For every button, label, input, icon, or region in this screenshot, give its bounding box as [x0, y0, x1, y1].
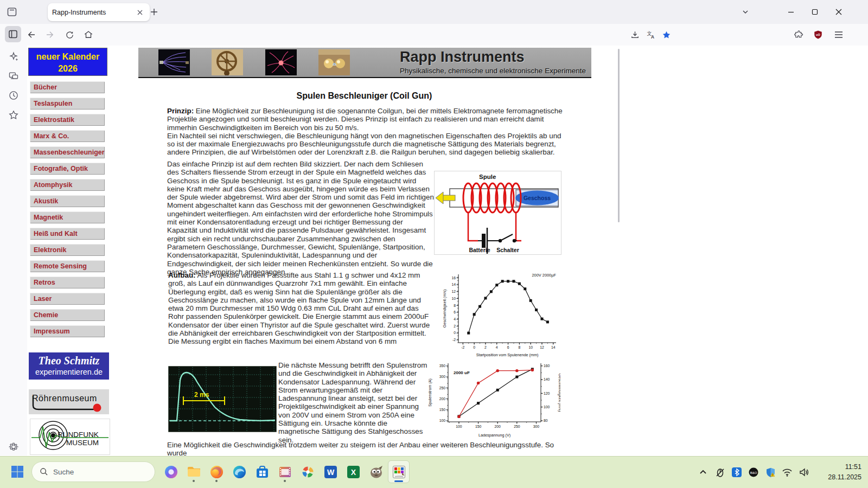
svg-text:250: 250	[439, 386, 446, 390]
site-nav-item[interactable]: Elektrostatik	[30, 114, 105, 126]
window-close-button[interactable]	[830, 3, 847, 21]
svg-text:6: 6	[507, 345, 509, 349]
mouse-disabled-icon[interactable]	[712, 463, 727, 481]
clock-date: 28.11.2025	[828, 472, 861, 483]
taskbar-photos-button[interactable]	[297, 460, 318, 483]
wifi-icon[interactable]	[780, 463, 795, 481]
diagram-batterie-label: Batterie	[469, 247, 490, 253]
bookmarks-star-icon[interactable]	[5, 106, 22, 124]
svg-text:8: 8	[454, 304, 456, 307]
paragraph-prinzip-detail: Das einfache Prinzip ist auf dem rechten…	[167, 160, 434, 276]
coilgun-diagram: Spule Geschoss Batterie Schalter	[434, 171, 561, 255]
translate-icon[interactable]: 文A	[644, 28, 658, 41]
list-tabs-chevron-icon[interactable]	[739, 5, 752, 18]
roehrenmuseum-logo[interactable]: Röhrenmuseum	[29, 389, 109, 414]
taskbar-paint-button[interactable]	[388, 460, 410, 483]
window-minimize-button[interactable]	[782, 3, 800, 21]
home-icon[interactable]	[82, 28, 95, 41]
theo-line1: Theo Schmitz	[29, 355, 109, 367]
gear-mechanism-photo	[212, 49, 243, 75]
forward-icon[interactable]	[43, 28, 56, 41]
paragraph-weitere-stufe: Eine Möglichkeit die Geschwindigkeit tro…	[167, 441, 565, 455]
menu-hamburger-icon[interactable]	[832, 28, 845, 41]
svg-text:80: 80	[544, 419, 548, 422]
gimp-icon	[369, 465, 384, 479]
svg-text:B&O: B&O	[750, 471, 757, 474]
diagram-geschoss-label: Geschoss	[524, 195, 551, 201]
site-nav-item[interactable]: Retros	[30, 277, 105, 288]
settings-gear-icon[interactable]	[5, 438, 22, 455]
site-nav-item[interactable]: Magnetik	[30, 211, 105, 223]
switch-symbol	[499, 234, 517, 242]
site-nav-item[interactable]: Teslaspulen	[30, 98, 105, 110]
taskbar-edge-button[interactable]	[228, 460, 250, 483]
paint-icon	[392, 465, 406, 479]
taskbar-copilot-button[interactable]	[160, 460, 182, 483]
taskbar-movies-button[interactable]	[274, 460, 296, 483]
site-nav-item[interactable]: Heiß und Kalt	[30, 228, 105, 240]
page-scrollbar-thumb[interactable]	[618, 49, 620, 222]
svg-text:2: 2	[454, 324, 456, 328]
site-nav-item[interactable]: Massenbeschleuniger	[30, 146, 105, 158]
start-button[interactable]	[7, 460, 28, 483]
site-nav-item[interactable]: Chemie	[30, 309, 105, 321]
svg-text:12: 12	[540, 345, 544, 349]
site-nav-item[interactable]: Elektronik	[30, 244, 105, 256]
reload-icon[interactable]	[63, 28, 76, 41]
volume-icon[interactable]	[796, 463, 812, 481]
ublock-origin-icon[interactable]: uO	[812, 28, 825, 41]
extensions-puzzle-icon[interactable]	[792, 28, 805, 41]
taskbar-word-button[interactable]: W	[320, 460, 341, 483]
tray-expand-icon[interactable]	[695, 463, 711, 481]
site-nav-item[interactable]: Remote Sensing	[30, 260, 105, 272]
prinzip-label: Prinzip:	[167, 107, 194, 115]
diagram-spule-label: Spule	[479, 174, 496, 180]
site-nav-item[interactable]: Atomphysik	[30, 179, 105, 191]
site-nav-item[interactable]: Akustik	[30, 195, 105, 207]
taskbar-clock[interactable]: 11:51 28.11.2025	[828, 462, 861, 483]
svg-text:300: 300	[533, 425, 540, 428]
site-nav-item[interactable]: Laser	[30, 293, 105, 305]
security-warning-icon[interactable]	[763, 463, 778, 481]
ai-sparkle-icon[interactable]	[5, 48, 22, 65]
bang-olufsen-icon[interactable]: B&O	[746, 463, 761, 481]
new-tab-button[interactable]	[148, 5, 161, 18]
window-maximize-button[interactable]	[806, 3, 824, 21]
taskbar-search-box[interactable]: Suche	[31, 461, 155, 482]
taskbar-explorer-button[interactable]	[183, 460, 205, 483]
svg-text:Spulenstrom (A): Spulenstrom (A)	[427, 378, 432, 407]
svg-text:350: 350	[439, 364, 446, 368]
tesla-discharge-photo	[158, 49, 190, 75]
site-nav-item[interactable]: Fotografie, Optik	[30, 163, 105, 175]
bookmark-star-icon[interactable]	[660, 28, 673, 41]
download-icon[interactable]	[628, 28, 641, 41]
taskbar-gimp-button[interactable]	[365, 460, 387, 483]
plasma-ball-photo	[265, 49, 297, 75]
svg-text:150: 150	[475, 425, 482, 428]
back-icon[interactable]	[25, 28, 38, 41]
taskbar-store-button[interactable]	[251, 460, 273, 483]
history-clock-icon[interactable]	[5, 87, 22, 104]
rundfunkmuseum-logo[interactable]: RUNDFUNK MUSEUM	[30, 419, 110, 455]
bluetooth-icon[interactable]	[729, 463, 744, 481]
svg-text:10: 10	[451, 297, 456, 300]
browser-tab[interactable]: Rapp-Instruments	[48, 3, 150, 21]
site-nav-item[interactable]: Bücher	[30, 81, 105, 93]
taskbar-firefox-button[interactable]	[206, 460, 227, 483]
site-nav-item[interactable]: Marx & Co.	[30, 130, 105, 142]
svg-text:0: 0	[473, 345, 475, 349]
tab-close-icon[interactable]	[135, 7, 145, 18]
theo-schmitz-banner[interactable]: Theo Schmitz experimentieren.de	[29, 352, 109, 380]
sidebar-toggle-icon[interactable]	[5, 26, 21, 42]
svg-text:200: 200	[439, 397, 446, 401]
firefox-sidebar-strip	[0, 46, 28, 455]
kalender-banner[interactable]: neuer Kalender 2026	[28, 48, 107, 76]
svg-text:200V 2000µF: 200V 2000µF	[532, 273, 556, 278]
site-nav-item[interactable]: Impressum	[30, 325, 105, 337]
taskbar-excel-button[interactable]: X	[342, 460, 364, 483]
firefox-view-icon[interactable]	[5, 5, 18, 18]
shared-screens-icon[interactable]	[5, 67, 22, 85]
site-title: Rapp Instruments	[400, 49, 525, 66]
diagram-schalter-label: Schalter	[496, 247, 519, 253]
aufbau-label: Aufbau:	[168, 271, 196, 279]
